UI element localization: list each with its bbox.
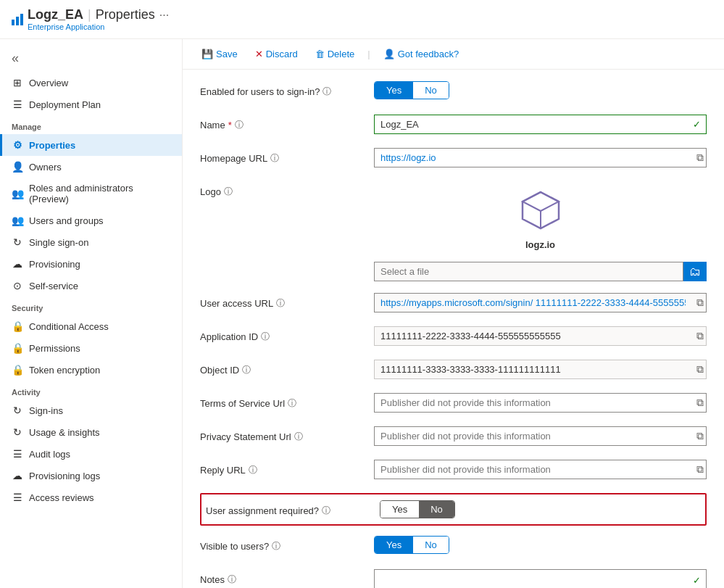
sidebar-item-provisioning[interactable]: ☁ Provisioning: [0, 253, 182, 275]
sidebar-item-deployment[interactable]: ☰ Deployment Plan: [0, 94, 182, 115]
privacy-label: Privacy Statement Url ⓘ: [200, 426, 374, 443]
sidebar-item-owners[interactable]: 👤 Owners: [0, 156, 182, 178]
user-assignment-label: User assignment required? ⓘ: [206, 500, 380, 517]
visible-no-button[interactable]: No: [413, 537, 449, 553]
privacy-info-icon[interactable]: ⓘ: [294, 431, 303, 443]
user-assignment-info-icon[interactable]: ⓘ: [322, 505, 330, 517]
user-assignment-row: User assignment required? ⓘ Yes No: [200, 493, 707, 526]
discard-label: Discard: [266, 49, 298, 59]
sidebar-item-properties[interactable]: ⚙ Properties: [0, 134, 182, 156]
user-access-info-icon[interactable]: ⓘ: [276, 297, 285, 310]
sidebar-item-conditional-access[interactable]: 🔒 Conditional Access: [0, 315, 182, 337]
audit-icon: ☰: [12, 448, 23, 460]
security-section-label: Security: [0, 297, 182, 315]
homepage-input[interactable]: [374, 148, 707, 167]
user-assignment-yes-button[interactable]: Yes: [380, 501, 419, 518]
logo-info-icon[interactable]: ⓘ: [224, 186, 233, 198]
conditional-access-icon: 🔒: [12, 320, 23, 332]
sidebar-item-self-service[interactable]: ⊙ Self-service: [0, 275, 182, 297]
app-id-copy-icon[interactable]: ⧉: [696, 330, 704, 342]
homepage-copy-icon[interactable]: ⧉: [696, 152, 704, 164]
feedback-button[interactable]: 👤 Got feedback?: [376, 45, 467, 63]
notes-info-icon[interactable]: ⓘ: [228, 573, 236, 586]
sign-ins-icon: ↻: [12, 405, 23, 416]
reply-url-input[interactable]: [374, 460, 707, 479]
delete-icon: 🗑: [315, 49, 325, 59]
sidebar-label-deployment: Deployment Plan: [29, 99, 101, 110]
logz-logo-icon: [519, 189, 562, 239]
tos-label: Terms of Service Url ⓘ: [200, 393, 374, 410]
enabled-info-icon[interactable]: ⓘ: [323, 86, 331, 98]
svg-marker-1: [523, 192, 559, 211]
file-browse-button[interactable]: 🗂: [683, 262, 707, 281]
self-service-icon: ⊙: [12, 280, 23, 291]
sidebar-item-audit-logs[interactable]: ☰ Audit logs: [0, 443, 182, 465]
user-access-copy-icon[interactable]: ⧉: [696, 297, 704, 309]
enabled-yes-button[interactable]: Yes: [375, 82, 413, 99]
app-id-info-icon[interactable]: ⓘ: [261, 331, 270, 343]
enabled-no-button[interactable]: No: [413, 82, 449, 99]
privacy-copy-icon[interactable]: ⧉: [696, 430, 704, 442]
file-input[interactable]: [374, 262, 683, 281]
tos-control: ⧉: [374, 393, 707, 413]
sidebar-item-token-encryption[interactable]: 🔒 Token encryption: [0, 359, 182, 381]
object-id-row: Object ID ⓘ ⧉: [200, 360, 707, 381]
sidebar: « ⊞ Overview ☰ Deployment Plan Manage ⚙ …: [0, 39, 183, 588]
tos-row: Terms of Service Url ⓘ ⧉: [200, 393, 707, 415]
collapse-button[interactable]: «: [0, 45, 182, 72]
reply-url-copy-icon[interactable]: ⧉: [696, 463, 704, 476]
app-logo: Logz_EA | Properties ··· Enterprise Appl…: [12, 7, 169, 31]
save-icon: 💾: [201, 49, 213, 59]
notes-textarea[interactable]: [374, 569, 707, 588]
sidebar-item-permissions[interactable]: 🔒 Permissions: [0, 337, 182, 359]
tos-input[interactable]: [374, 393, 707, 413]
notes-check-icon: ✓: [693, 575, 701, 586]
object-id-label: Object ID ⓘ: [200, 360, 374, 376]
notes-label: Notes ⓘ: [200, 569, 374, 586]
sidebar-item-overview[interactable]: ⊞ Overview: [0, 72, 182, 94]
sidebar-item-access-reviews[interactable]: ☰ Access reviews: [0, 486, 182, 508]
visible-info-icon[interactable]: ⓘ: [272, 540, 280, 552]
sidebar-label-self-service: Self-service: [29, 281, 78, 291]
homepage-info-icon[interactable]: ⓘ: [270, 152, 279, 165]
sidebar-item-provisioning-logs[interactable]: ☁ Provisioning logs: [0, 465, 182, 486]
object-id-info-icon[interactable]: ⓘ: [242, 364, 251, 376]
visible-label: Visible to users? ⓘ: [200, 536, 374, 552]
visible-row: Visible to users? ⓘ Yes No: [200, 536, 707, 558]
sidebar-item-roles[interactable]: 👥 Roles and administrators (Preview): [0, 178, 182, 210]
access-reviews-icon: ☰: [12, 492, 23, 503]
object-id-copy-icon[interactable]: ⧉: [696, 363, 704, 376]
name-input[interactable]: [374, 115, 707, 134]
toolbar-separator: |: [367, 49, 370, 59]
visible-yes-button[interactable]: Yes: [375, 537, 413, 553]
user-access-url-label: User access URL ⓘ: [200, 293, 374, 310]
feedback-label: Got feedback?: [398, 49, 459, 59]
sidebar-item-sso[interactable]: ↻ Single sign-on: [0, 231, 182, 253]
reply-url-info-icon[interactable]: ⓘ: [249, 464, 257, 476]
user-access-url-row: User access URL ⓘ ⧉: [200, 293, 707, 315]
file-select-row: 🗂: [374, 262, 707, 281]
delete-button[interactable]: 🗑 Delete: [308, 45, 362, 63]
logo-label: Logo ⓘ: [200, 181, 374, 198]
sidebar-item-usage-insights[interactable]: ↻ Usage & insights: [0, 421, 182, 443]
app-subtitle: Enterprise Application: [28, 22, 169, 31]
privacy-row: Privacy Statement Url ⓘ ⧉: [200, 426, 707, 448]
permissions-icon: 🔒: [12, 342, 23, 354]
more-options-button[interactable]: ···: [159, 9, 169, 22]
name-info-icon[interactable]: ⓘ: [235, 119, 244, 131]
tos-copy-icon[interactable]: ⧉: [696, 397, 704, 409]
app-id-control: ⧉: [374, 326, 707, 346]
object-id-input: [374, 360, 707, 379]
sidebar-item-sign-ins[interactable]: ↻ Sign-ins: [0, 399, 182, 421]
sidebar-item-users[interactable]: 👥 Users and groups: [0, 210, 182, 231]
save-button[interactable]: 💾 Save: [194, 45, 245, 63]
prov-logs-icon: ☁: [12, 470, 23, 481]
tos-info-icon[interactable]: ⓘ: [288, 397, 296, 410]
discard-button[interactable]: ✕ Discard: [248, 45, 305, 63]
sidebar-label-provisioning: Provisioning: [29, 259, 80, 270]
privacy-input[interactable]: [374, 426, 707, 446]
properties-form: Enabled for users to sign-in? ⓘ Yes No N…: [183, 70, 724, 588]
user-assignment-no-button[interactable]: No: [419, 501, 454, 518]
user-access-url-input[interactable]: [374, 293, 707, 312]
app-id-label: Application ID ⓘ: [200, 326, 374, 343]
